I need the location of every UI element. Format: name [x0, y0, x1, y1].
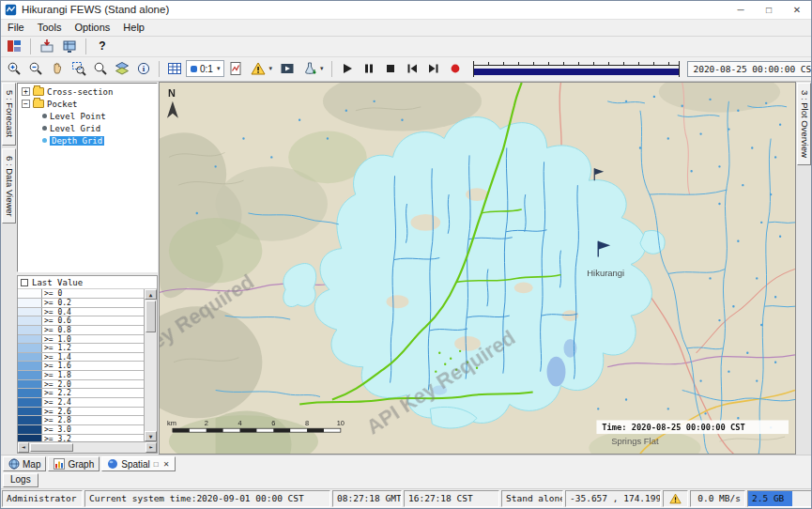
status-bar: Administrator Current system time:2020-0… [1, 489, 811, 508]
legend-swatch [18, 299, 42, 307]
stop-button[interactable] [380, 59, 401, 79]
import-data-icon[interactable] [37, 37, 57, 56]
sample-dropdown-button[interactable]: ▾ [299, 59, 328, 79]
tree-item-level-grid[interactable]: Level Grid [18, 122, 157, 134]
database-icon[interactable] [4, 37, 24, 56]
legend-swatch [18, 308, 42, 316]
movie-export-icon[interactable] [277, 59, 298, 79]
bullet-icon [42, 126, 47, 131]
zoom-in-icon[interactable] [4, 59, 24, 79]
step-back-button[interactable] [402, 59, 422, 79]
time-slider[interactable] [473, 61, 680, 77]
svg-text:Time: 2020-08-25 00:00:00 CST: Time: 2020-08-25 00:00:00 CST [602, 424, 745, 433]
scroll-right-icon[interactable]: ► [146, 442, 157, 453]
map-toolbar: i 0:1 ▾ ▾ ▾ 202 [1, 57, 811, 83]
legend-value: >= 0.2 [42, 299, 73, 307]
tab-maximize-icon[interactable]: □ [153, 460, 160, 469]
record-button[interactable] [445, 59, 466, 79]
legend-row: >= 2.4 [18, 398, 144, 408]
warning-dropdown-button[interactable]: ▾ [247, 59, 276, 79]
time-slider-bar[interactable] [473, 69, 680, 75]
logs-button[interactable]: Logs [3, 473, 38, 487]
tree-item-level-point[interactable]: Level Point [18, 110, 157, 122]
left-shortcut-strip: 5 : Forecast 6 : Data Viewer [1, 82, 16, 455]
pause-button[interactable] [359, 59, 379, 79]
scroll-down-icon[interactable]: ▼ [145, 431, 157, 441]
legend-value: >= 3.0 [42, 425, 73, 434]
scroll-up-icon[interactable]: ▲ [145, 289, 157, 300]
pan-hand-icon[interactable] [47, 59, 68, 79]
scroll-thumb[interactable] [146, 301, 156, 332]
warning-icon [669, 493, 682, 504]
layers-icon[interactable] [112, 59, 132, 79]
sidebar-tab-forecast[interactable]: 5 : Forecast [2, 83, 16, 145]
map-viewport[interactable]: API Key Required API Key Required Hikura… [159, 82, 796, 455]
legend-row: >= 1.0 [18, 335, 144, 345]
last-value-checkbox[interactable] [21, 279, 28, 286]
legend-swatch [18, 316, 42, 325]
sidebar-tab-data-viewer[interactable]: 6 : Data Viewer [2, 148, 16, 224]
status-mode: Stand alone [501, 490, 563, 507]
info-icon[interactable]: i [133, 59, 154, 79]
legend-row: >= 2.6 [18, 408, 144, 417]
chart-icon [54, 458, 65, 470]
sidebar-tab-plot-overview[interactable]: 3 : Plot Overview [797, 83, 811, 165]
legend-swatch [18, 344, 42, 352]
help-button[interactable]: ? [92, 37, 113, 56]
svg-text:km: km [167, 420, 176, 428]
grid-display-icon[interactable] [59, 37, 80, 56]
status-user: Administrator [2, 490, 83, 507]
last-value-label: Last Value [32, 278, 83, 287]
menu-bar: File Tools Options Help [1, 20, 811, 37]
zoom-box-icon[interactable] [69, 59, 89, 79]
tree-item-pocket[interactable]: − Pocket [18, 98, 157, 110]
tab-graph[interactable]: Graph [48, 456, 100, 471]
legend-swatch [18, 416, 42, 424]
zoom-out-icon[interactable] [25, 59, 46, 79]
legend-value: >= 0.4 [42, 308, 73, 316]
step-forward-button[interactable] [423, 59, 444, 79]
maximize-button[interactable]: □ [755, 1, 783, 19]
legend-value: >= 2.6 [42, 408, 73, 416]
legend-rows: >= 0 >= 0.2 >= 0.4 >= 0.6 >= 0.8 >= 1.0 … [18, 289, 145, 441]
layer-dot-icon [191, 66, 197, 72]
status-memory: 2.5 GB [747, 490, 812, 507]
expander-icon[interactable]: − [22, 100, 30, 108]
legend-row: >= 0.4 [18, 308, 144, 317]
tab-map[interactable]: Map [3, 456, 46, 471]
legend-vertical-scrollbar[interactable]: ▲ ▼ [145, 289, 157, 441]
tree-item-cross-section[interactable]: + Cross-section [18, 85, 157, 98]
menu-tools[interactable]: Tools [31, 21, 69, 34]
close-button[interactable]: ✕ [783, 1, 811, 19]
legend-value: >= 1.0 [42, 335, 73, 344]
legend-value: >= 1.8 [42, 371, 73, 379]
legend-value: >= 0.6 [42, 316, 73, 325]
scroll-thumb[interactable] [30, 443, 73, 452]
tab-spatial[interactable]: Spatial □ ✕ [101, 456, 176, 471]
minimize-button[interactable]: ─ [727, 1, 755, 19]
profile-document-icon[interactable] [225, 59, 246, 79]
window-title: Hikurangi FEWS (Stand alone) [22, 4, 169, 15]
legend-row: >= 2.8 [18, 416, 144, 425]
legend-value: >= 2.8 [42, 416, 73, 424]
logs-bar: Logs [1, 471, 811, 489]
status-warning-button[interactable] [663, 490, 688, 507]
tree-item-depth-grid[interactable]: Depth Grid [18, 134, 157, 147]
svg-text:4: 4 [237, 420, 241, 428]
grid-table-icon[interactable] [164, 59, 185, 79]
svg-text:2: 2 [205, 420, 208, 428]
sphere-icon [107, 458, 118, 470]
magnifier-icon[interactable] [90, 59, 111, 79]
menu-file[interactable]: File [1, 21, 31, 34]
tree-label: Pocket [47, 100, 78, 109]
tab-close-icon[interactable]: ✕ [162, 460, 171, 469]
expander-icon[interactable]: + [22, 87, 30, 96]
layer-ratio-combo[interactable]: 0:1 ▾ [186, 60, 224, 77]
chevron-down-icon: ▾ [268, 65, 272, 72]
legend-horizontal-scrollbar[interactable]: ◄ ► [18, 441, 157, 453]
menu-options[interactable]: Options [68, 21, 116, 34]
scroll-left-icon[interactable]: ◄ [18, 442, 29, 453]
status-system-time: Current system time:2020-09-01 00:00 CST [84, 490, 330, 507]
play-button[interactable] [337, 59, 358, 79]
menu-help[interactable]: Help [116, 21, 151, 34]
